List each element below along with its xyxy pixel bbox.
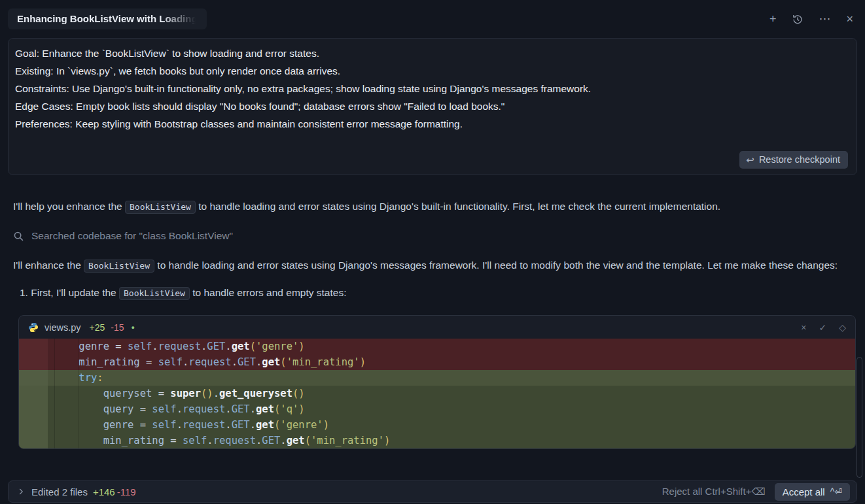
accept-file-icon[interactable]: ✓ [819,323,826,332]
reject-file-icon[interactable]: × [801,323,806,332]
user-message-line: Constraints: Use Django's built-in funct… [15,80,850,97]
code-diff-block: views.py +25 -15 ● × ✓ ◇ genre = self.re… [18,315,856,449]
inline-code-chip: BookListView [119,287,190,300]
more-icon[interactable]: ⋯ [819,13,830,25]
expand-diff-icon[interactable]: ◇ [839,323,846,332]
undo-icon: ↩ [746,155,754,165]
diff-line-added: try: [19,370,855,386]
modified-dot-icon: ● [132,324,135,331]
chat-topbar: Enhancing BookListView with Loading + ⋯ … [0,0,865,38]
diff-line-added: genre = self.request.GET.get('genre') [19,417,855,433]
diff-gutter [19,417,48,433]
code-file-name[interactable]: views.py [44,322,81,333]
file-diff-removed: -15 [111,322,124,333]
diff-line-removed: min_rating = self.request.GET.get('min_r… [19,354,855,370]
user-message-card: Goal: Enhance the `BookListView` to show… [8,38,857,175]
diff-gutter [19,339,48,354]
history-icon[interactable] [792,14,803,25]
search-note: Searched codebase for "class BookListVie… [31,230,233,242]
assistant-paragraph: I'll enhance the BookListView to handle … [13,256,852,275]
diff-gutter [19,401,48,417]
diff-gutter [19,354,48,370]
new-chat-icon[interactable]: + [769,13,777,25]
inline-code-chip: BookListView [125,201,196,214]
code-block-actions: × ✓ ◇ [801,323,846,332]
diff-line-added: queryset = super().get_queryset() [19,386,855,401]
accept-all-button[interactable]: Accept all ^⏎ [775,483,850,501]
diff-line-added: min_rating = self.request.GET.get('min_r… [19,433,855,448]
footer-actions: Reject all Ctrl+Shift+⌫ Accept all ^⏎ [662,483,850,501]
total-diff-added: +146 [93,486,115,497]
user-message-line: Preferences: Keep styling with Bootstrap… [15,115,850,133]
restore-checkpoint-button[interactable]: ↩ Restore checkpoint [739,151,848,169]
diff-line-removed: genre = self.request.GET.get('genre') [19,339,855,354]
diff-gutter [19,370,48,386]
diff-gutter [19,386,48,401]
chevron-right-icon[interactable] [16,487,26,496]
chat-title-tab[interactable]: Enhancing BookListView with Loading [8,8,207,29]
indent-guide [79,339,79,448]
total-diff-removed: -119 [117,486,136,497]
codebase-search-row[interactable]: Searched codebase for "class BookListVie… [13,230,852,242]
user-message-line: Existing: In `views.py`, we fetch books … [15,62,850,80]
inline-code-chip: BookListView [84,260,154,273]
python-file-icon [28,322,39,333]
diff-line-added: query = self.request.GET.get('q') [19,401,855,417]
code-block-header: views.py +25 -15 ● × ✓ ◇ [19,316,855,339]
close-icon[interactable]: × [846,13,853,25]
assistant-response: I'll help you enhance the BookListView t… [0,197,865,302]
diff-gutter [19,433,48,448]
reject-all-button[interactable]: Reject all Ctrl+Shift+⌫ [662,486,766,497]
file-diff-added: +25 [90,322,105,333]
user-message-line: Goal: Enhance the `BookListView` to show… [15,44,850,62]
topbar-actions: + ⋯ × [769,0,853,38]
assistant-list-item: 1. First, I'll update the BookListView t… [20,284,852,302]
search-icon [13,231,24,242]
indent-guide [54,339,55,448]
accept-shortcut: ^⏎ [830,486,842,497]
assistant-paragraph: I'll help you enhance the BookListView t… [13,197,852,216]
chat-title: Enhancing BookListView with Loading [17,13,198,24]
code-diff-lines: genre = self.request.GET.get('genre') mi… [19,339,855,448]
edited-files-label: Edited 2 files [31,486,88,497]
user-message-text: Goal: Enhance the `BookListView` to show… [15,44,850,133]
edits-footer-bar: Edited 2 files +146 -119 Reject all Ctrl… [8,480,857,503]
user-message-line: Edge Cases: Empty book lists should disp… [15,97,850,115]
panel-scrollbar-thumb[interactable] [856,357,862,478]
